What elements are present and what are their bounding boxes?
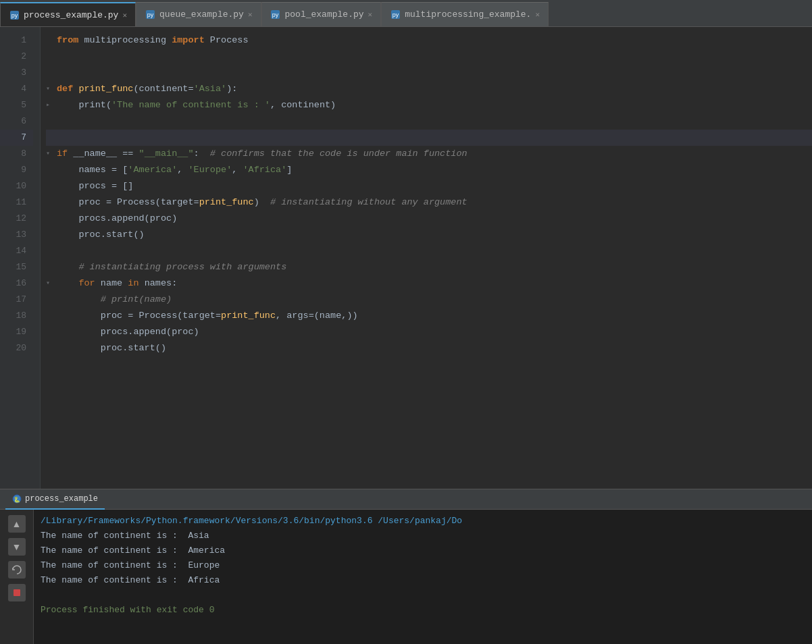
line-number-13: 13 [0,227,33,243]
code-line-3 [46,65,812,81]
indent [57,259,78,275]
line-number-11: 11 [0,194,33,211]
indent [57,211,78,227]
svg-text:🐍: 🐍 [14,495,20,502]
indent [57,97,78,113]
code-line-8: ▾if __name__ == "__main__": # confirms t… [46,146,812,162]
line-number-2: 2 [0,49,33,65]
token-plain: names: [139,275,178,292]
line-number-3: 3 [0,65,33,81]
line-number-19: 19 [0,324,33,340]
token-plain: __name__ == [68,146,138,162]
rerun-button[interactable] [8,561,26,579]
token-plain: procs = [] [78,178,133,194]
token-fn: print_func [78,81,133,97]
token-plain: print( [78,97,111,113]
indent [57,324,101,340]
fold-down-icon[interactable]: ▾ [46,146,57,162]
token-plain: proc = Process(target= [78,194,199,211]
code-line-11: proc = Process(target=print_func) # inst… [46,194,812,211]
token-str: 'Africa' [243,162,286,178]
line-number-20: 20 [0,340,33,356]
stop-button[interactable] [8,584,26,601]
token-kw2: in [128,275,138,292]
indent [57,308,101,324]
bottom-content: ▲ ▼ /Library/Frameworks/Python.framework… [0,510,812,644]
token-kw2: if [57,146,68,162]
run-tab[interactable]: 🐍 process_example [5,489,105,510]
tab-close-icon[interactable]: ✕ [368,10,373,19]
terminal-command: /Library/Frameworks/Python.framework/Ver… [41,516,462,526]
code-line-18: proc = Process(target=print_func, args=(… [46,308,812,324]
scroll-down-button[interactable]: ▼ [8,538,26,556]
exit-message: Process finished with exit code 0 [41,605,214,615]
line-number-16: 16 [0,275,33,292]
svg-text:py: py [147,11,153,18]
token-comment: # instantiating process with arguments [78,259,286,275]
python-tab-icon: py [270,9,281,20]
tab-close-icon[interactable]: ✕ [535,10,540,19]
code-line-14 [46,243,812,259]
tab-tab3[interactable]: py pool_example.py ✕ [261,2,382,26]
token-kw: def [57,81,73,97]
line-number-1: 1 [0,32,33,49]
tab-label: process_example.py [24,10,118,20]
line-number-17: 17 [0,292,33,308]
code-line-5: ▸ print('The name of continent is : ', c… [46,97,812,113]
scroll-up-button[interactable]: ▲ [8,515,26,533]
token-plain: multiprocessing [78,32,172,49]
line-number-gutter: 1234567891011121314151617181920 [0,27,41,489]
code-editor[interactable]: from multiprocessing import Process ▾def… [41,27,812,489]
indent [57,178,78,194]
python-tab-icon: py [390,9,401,20]
tab-tab1[interactable]: py process_example.py ✕ [0,2,136,26]
indent [57,292,101,308]
token-plain: procs.append(proc) [78,211,177,227]
code-line-10: procs = [] [46,178,812,194]
code-line-4: ▾def print_func(continent='Asia'): [46,81,812,97]
fold-down-icon[interactable]: ▾ [46,275,57,292]
token-str: 'The name of continent is : ' [111,97,270,113]
code-line-17: # print(name) [46,292,812,308]
line-number-15: 15 [0,259,33,275]
tab-close-icon[interactable]: ✕ [122,11,127,20]
terminal-sidebar: ▲ ▼ [0,510,34,644]
line-number-8: 8 [0,146,33,162]
python-run-icon: 🐍 [12,494,22,504]
token-plain: names = [ [78,162,128,178]
indent [57,275,78,292]
code-line-6 [46,113,812,130]
line-number-12: 12 [0,211,33,227]
line-number-10: 10 [0,178,33,194]
editor-area: 1234567891011121314151617181920 from mul… [0,27,812,489]
line-number-4: 4 [0,81,33,97]
code-line-9: names = ['America', 'Europe', 'Africa'] [46,162,812,178]
token-plain: ] [286,162,292,178]
svg-rect-10 [14,589,20,596]
python-tab-icon: py [9,9,20,20]
line-number-5: 5 [0,97,33,113]
token-plain: , continent) [270,97,336,113]
token-comment: # instantiating without any argument [270,194,467,211]
tab-close-icon[interactable]: ✕ [248,10,253,19]
indent [57,227,78,243]
svg-text:py: py [272,11,279,18]
token-plain: (continent= [133,81,193,97]
code-line-2 [46,49,812,65]
tab-tab2[interactable]: py queue_example.py ✕ [136,2,261,26]
code-line-13: proc.start() [46,227,812,243]
token-plain: name [95,275,128,292]
token-str: 'Asia' [194,81,227,97]
fold-up-icon[interactable]: ▸ [46,97,57,113]
token-plain [73,81,78,97]
token-plain: , [232,162,243,178]
line-number-14: 14 [0,243,33,259]
line-number-6: 6 [0,113,33,130]
token-str: 'Europe' [188,162,232,178]
tab-label: multiprocessing_example. [405,9,531,20]
code-line-16: ▾ for name in names: [46,275,812,292]
svg-text:py: py [392,11,399,18]
fold-down-icon[interactable]: ▾ [46,81,57,97]
tab-tab4[interactable]: py multiprocessing_example. ✕ [381,2,549,26]
token-plain: , args=(name,)) [276,308,358,324]
